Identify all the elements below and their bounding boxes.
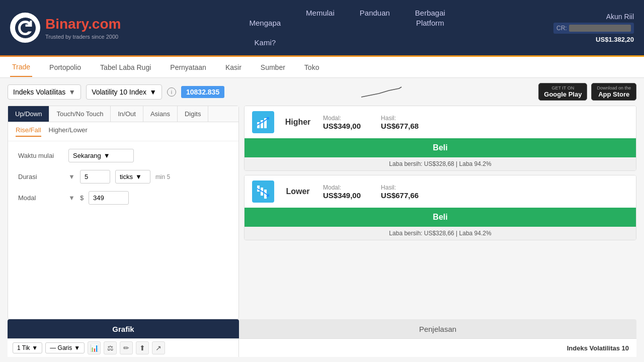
subtabs: Rise/Fall Higher/Lower [8,122,238,141]
waktu-value: Sekarang [73,152,101,159]
trading-area: Up/Down Touch/No Touch In/Out Asians Dig… [8,106,636,319]
account-title: Akun Riil [553,13,634,21]
chart-type-select[interactable]: — Garis ▼ [45,342,85,353]
nav-kasir[interactable]: Kasir [223,58,244,76]
higher-contract-header: Higher Modal: US$349,00 Hasil: US$677,68 [245,106,636,138]
volatility-index-select[interactable]: Volatility 10 Index ▼ [86,84,162,100]
durasi-row: Durasi ▼ ticks ▼ min 5 [18,170,228,184]
tab-inout[interactable]: In/Out [111,106,143,122]
grafik-tab[interactable]: Grafik [8,319,239,338]
higher-modal-stat: Modal: US$349,00 [323,115,361,130]
chevron-down-icon-2: ▼ [149,88,156,96]
tab-updown[interactable]: Up/Down [8,106,49,122]
volatility-index-label: Volatility 10 Index [92,88,146,96]
google-play-badge[interactable]: GET IT ON Google Play [538,83,587,101]
chevron-down-icon-4: ▼ [135,173,142,180]
higher-contract-card: Higher Modal: US$349,00 Hasil: US$677,68… [244,106,636,171]
ticks-min-note: min 5 [155,173,170,180]
trade-form: Waktu mulai Sekarang ▼ Durasi ▼ ticks ▼ … [8,141,238,319]
higher-modal-value: US$349,00 [323,122,361,130]
nav-pernyataan[interactable]: Pernyataan [168,58,208,76]
chevron-down-icon-5: ▼ [32,344,38,351]
nav-links: Mengapa Kami? Memulai Panduan Berbagai P… [141,6,553,50]
lower-contract-name: Lower [280,187,315,196]
durasi-input[interactable] [80,170,110,184]
account-balance: US$1.382,20 [553,36,634,43]
higher-hasil-stat: Hasil: US$677,68 [381,115,419,130]
subtab-higherlower[interactable]: Higher/Lower [49,126,88,137]
nav-mengapa[interactable]: Mengapa Kami? [245,6,286,50]
higher-buy-button[interactable]: Beli [245,138,636,157]
ticks-unit: ticks [120,173,133,180]
tab-touch[interactable]: Touch/No Touch [49,106,111,122]
app-store-badge[interactable]: Download on the App Store [591,83,636,101]
lower-contract-icon [252,180,274,203]
waktu-select[interactable]: Sekarang ▼ [68,149,134,162]
account-cr-label: CR: [556,25,567,32]
lower-contract-details: Modal: US$349,00 Hasil: US$677,66 [323,184,628,200]
nav-trade[interactable]: Trade [10,58,32,77]
lower-contract-card: Lower Modal: US$349,00 Hasil: US$677,66 … [244,175,636,240]
tab-digits[interactable]: Digits [178,106,209,122]
bar-chart-icon[interactable]: 📊 [88,341,101,354]
brand-tagline: Trusted by traders since 2000 [45,34,121,40]
chevron-down-icon-6: ▼ [74,344,80,351]
tab-asians[interactable]: Asians [143,106,178,122]
ticks-select[interactable]: ticks ▼ [115,170,150,184]
modal-row: Modal ▼ $ [18,191,228,205]
durasi-dropdown-icon[interactable]: ▼ [68,173,75,180]
svg-rect-2 [261,120,263,128]
nav-toko[interactable]: Toko [302,58,321,76]
chevron-down-icon: ▼ [68,88,75,96]
google-play-top: GET IT ON [552,85,575,90]
logo-area: Binary.com Trusted by traders since 2000 [10,13,121,43]
grafik-label: Grafik [112,325,134,333]
modal-currency: $ [80,194,84,202]
instrument-category-select[interactable]: Indeks Volatilitas ▼ [8,84,81,100]
lower-buy-button[interactable]: Beli [245,208,636,227]
nav-tabel[interactable]: Tabel Laba Rugi [98,58,153,76]
account-area: Akun Riil CR: US$1.382,20 [553,13,634,43]
chart-type-label: — Garis [50,344,72,351]
price-sparkline [229,84,533,100]
nav-sumber[interactable]: Sumber [259,58,287,76]
chart-title: Indeks Volatilitas 10 [567,344,629,352]
subtab-risefall[interactable]: Rise/Fall [16,126,41,137]
nav-memulai[interactable]: Memulai [301,6,340,50]
nav-panduan[interactable]: Panduan [355,6,395,50]
modal-label: Modal [18,194,63,202]
instrument-category-label: Indeks Volatilitas [13,88,65,96]
higher-modal-label: Modal: [323,115,361,122]
scale-icon[interactable]: ⚖ [104,341,117,354]
share-icon[interactable]: ↗ [152,341,165,354]
modal-dropdown-icon[interactable]: ▼ [68,194,75,202]
app-badges: GET IT ON Google Play Download on the Ap… [538,83,636,101]
lower-profit-note: Laba bersih: US$328,66 | Laba 94.2% [245,227,636,240]
account-balance-bar: CR: [553,23,634,34]
nav-portopolio[interactable]: Portopolio [47,58,83,76]
lower-modal-label: Modal: [323,184,361,191]
chart-period-select[interactable]: 1 Tik ▼ [13,342,42,353]
upload-icon[interactable]: ⬆ [136,341,149,354]
left-bottom-controls: Grafik [8,319,239,338]
penjelasan-label: Penjelasan [419,325,456,333]
secondary-navigation: Trade Portopolio Tabel Laba Rugi Pernyat… [0,57,644,78]
higher-contract-icon [252,111,274,133]
right-bottom-controls: Penjelasan [239,319,636,338]
trade-type-tabs: Up/Down Touch/No Touch In/Out Asians Dig… [8,106,238,122]
top-navigation: Binary.com Trusted by traders since 2000… [0,0,644,55]
app-store-top: Download on the [597,85,631,90]
penjelasan-tab[interactable]: Penjelasan [239,319,636,338]
pen-icon[interactable]: ✏ [120,341,133,354]
higher-hasil-value: US$677,68 [381,122,419,130]
waktu-row: Waktu mulai Sekarang ▼ [18,149,228,162]
chart-controls-row: 1 Tik ▼ — Garis ▼ 📊 ⚖ ✏ ⬆ ↗ Indeks Volat… [8,338,636,357]
bottom-controls: Grafik Penjelasan [8,319,636,338]
higher-hasil-label: Hasil: [381,115,419,122]
nav-berbagai[interactable]: Berbagai Platform [410,6,450,50]
modal-input[interactable] [89,191,129,205]
info-icon[interactable]: i [167,87,176,97]
chart-controls-left: 1 Tik ▼ — Garis ▼ 📊 ⚖ ✏ ⬆ ↗ [8,339,239,357]
chart-title-area: Indeks Volatilitas 10 [239,339,636,357]
lower-hasil-value: US$677,66 [381,191,419,200]
